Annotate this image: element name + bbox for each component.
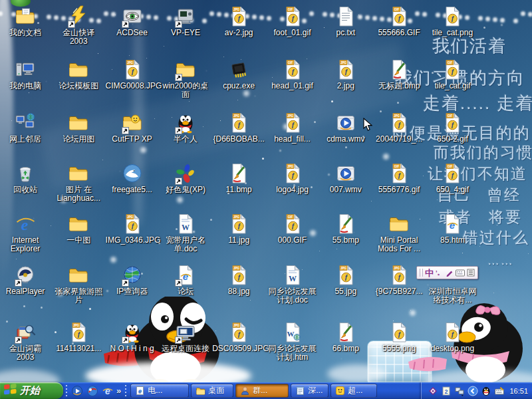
overflow-chevron[interactable]: » (116, 386, 121, 396)
desktop-icon[interactable]: W同乡论坛发展计划.doc (266, 264, 319, 305)
task-button[interactable]: 超... (331, 384, 377, 398)
desktop-icon[interactable]: JPGƒ55.jpg (319, 264, 372, 296)
clock: 16:51 (509, 387, 528, 395)
svg-text:ƒ: ƒ (451, 331, 455, 338)
desktop-icon[interactable]: GIFƒtile_cat.gif (426, 59, 479, 90)
desktop-icon[interactable]: JPGƒ{D66BOBAB... (212, 112, 265, 144)
desktop-icon[interactable]: GIFƒhead_01.gif (266, 59, 319, 90)
desktop-icon[interactable]: 007.wmv (319, 162, 372, 194)
qq-tray-icon[interactable] (480, 385, 492, 397)
ie-icon[interactable]: e (100, 384, 114, 398)
desktop-icon[interactable]: JPGƒ2.jpg (319, 59, 372, 90)
desktop-icon[interactable]: GIFƒ650-2.gif (426, 112, 479, 144)
desktop-icon[interactable]: CutFTP XP (106, 112, 159, 144)
desktop-icon[interactable]: 我的电脑 (0, 59, 52, 90)
desktop-icon[interactable]: JPGƒ11.jpg (212, 213, 265, 245)
desktop-icon[interactable]: JPGƒav-2.jpg (212, 5, 265, 37)
desktop-icon[interactable]: JPGƒCIMG0008.JPG (106, 59, 159, 90)
desktop-icon[interactable]: ƒ5555.png (372, 321, 426, 353)
svg-text:GIF: GIF (287, 8, 293, 11)
ime-keyboard-icon[interactable] (456, 269, 465, 277)
ime-menu-icon[interactable] (467, 269, 475, 277)
network-windows-icon[interactable] (454, 385, 466, 397)
desktop-icon[interactable]: N O t H i n g (106, 321, 159, 353)
ime-punctuation-toggle[interactable]: ’。 (436, 270, 444, 276)
desktop-icon[interactable]: VP-EYE (159, 5, 212, 37)
media-player-icon[interactable] (70, 384, 84, 398)
desktop-icon[interactable]: 张家界旅游照片 (52, 264, 105, 305)
task-button[interactable]: 群... (235, 384, 289, 398)
desktop-icon[interactable]: 我的文档 (0, 5, 52, 37)
desktop-icon-label: foot_01.gif (266, 29, 319, 37)
desktop-icon-label: 网上邻居 (0, 135, 52, 144)
desktop-icon[interactable]: cdma.wmv (319, 112, 372, 144)
desktop-icon-label: 我的电脑 (0, 82, 52, 90)
img-jpg-icon: JPGƒ (388, 112, 410, 134)
desktop-icon[interactable]: JPGƒhead_fill... (266, 112, 319, 144)
ime-pen-icon[interactable] (446, 269, 454, 277)
desktop-icon[interactable]: ƒdesktop.png (426, 321, 479, 353)
desktop-icon[interactable]: IP查询器 (106, 264, 159, 296)
ime-mode-indicator[interactable]: 中 (425, 269, 434, 277)
desktop-icon[interactable]: 网上邻居 (0, 112, 52, 144)
desktop-icon[interactable]: JPGƒ20040719_... (372, 112, 426, 144)
desktop-icon[interactable]: 图片 在Lianghuac... (52, 162, 105, 203)
desktop-icon[interactable]: GIFƒ555666.GIF (372, 5, 426, 37)
desktop-icon[interactable]: RealPlayer (0, 264, 52, 296)
desktop-icon[interactable]: pc.txt (319, 5, 372, 37)
desktop-icon[interactable]: 论坛用图 (52, 112, 105, 144)
task-button[interactable]: 桌面 (191, 384, 233, 398)
desktop-icon[interactable]: W同乡论坛发展计划.htm (266, 321, 319, 362)
desktop-icon[interactable]: 好色鬼(XP) (159, 162, 212, 194)
svg-text:ƒ: ƒ (237, 121, 241, 128)
ime-language-bar[interactable]: 中 ’。 (416, 266, 478, 279)
desktop-icon[interactable]: 66.bmp (319, 321, 372, 353)
messenger-icon[interactable] (85, 384, 99, 398)
desktop-icon[interactable]: 一中图 (52, 213, 105, 245)
ime-drag-handle[interactable] (420, 269, 423, 277)
desktop-icon[interactable]: 半个人 (159, 112, 212, 144)
desktop-icon[interactable]: 金山快译2003 (52, 5, 105, 47)
desktop-icon[interactable]: e85.htm (426, 213, 479, 245)
desktop-icon[interactable]: W宽带用户名单.doc (159, 213, 212, 254)
desktop-icon[interactable]: cpuz.exe (212, 59, 265, 90)
desktop-icon[interactable]: GIFƒ5556776.gif (372, 162, 426, 194)
desktop-icon[interactable]: freegate5... (106, 162, 159, 194)
desktop-icon[interactable]: JPGƒlogo4.jpg (266, 162, 319, 194)
desktop-icon[interactable]: 论坛模板图 (52, 59, 105, 90)
desktop-icon[interactable]: e论坛 (159, 264, 212, 296)
desktop-icon[interactable]: eInternetExplorer (0, 213, 52, 254)
collapse-chevron-button[interactable] (467, 385, 479, 397)
task-button[interactable]: e电... (130, 384, 189, 398)
ie-icon: e (14, 213, 37, 235)
svg-text:ƒ: ƒ (237, 222, 241, 229)
pinwheel-icon (174, 162, 197, 185)
desktop-icon[interactable]: JPGƒDSC03509.JPG (212, 321, 265, 353)
taskbar-separator (124, 385, 126, 397)
task-button[interactable]: 深... (291, 384, 329, 398)
desktop-icon[interactable]: 回收站 (0, 162, 52, 194)
desktop-icon[interactable]: 11.bmp (212, 162, 265, 194)
desktop-icon[interactable]: 金山词霸2003 (0, 321, 52, 362)
desktop-icon[interactable]: 远程桌面连接 (159, 321, 212, 353)
svg-text:ƒ: ƒ (398, 273, 402, 281)
desktop-icon[interactable]: win2000的桌面 (159, 59, 212, 100)
desktop-icon[interactable]: 55.bmp (319, 213, 372, 245)
desktop-icon[interactable]: JPGƒ114113021... (52, 321, 105, 353)
svg-text:ƒ: ƒ (291, 68, 295, 75)
desktop-icon[interactable]: JPGƒ88.jpg (212, 264, 265, 296)
desktop-icon[interactable]: JPGƒIMG_0346.JPG (106, 213, 159, 245)
desktop-icon[interactable]: GIFƒ000.GIF (266, 213, 319, 245)
desktop-icon-label: 11.bmp (212, 186, 265, 194)
purple-diamond-icon[interactable] (427, 385, 439, 397)
img-png-icon: ƒ (441, 321, 464, 344)
desktop-icon[interactable]: ƒtile_cat.png (426, 5, 479, 37)
desktop-icon[interactable]: GIFƒ650_4.gif (426, 162, 479, 194)
start-button[interactable]: 开始 (0, 382, 63, 399)
desktop-icon[interactable]: 无标题.bmp (372, 59, 426, 90)
input-method-icon[interactable] (493, 385, 505, 397)
update-page-icon[interactable]: 2 (440, 385, 452, 397)
desktop-icon[interactable]: ACDSee (106, 5, 159, 37)
desktop-icon[interactable]: GIFƒfoot_01.gif (266, 5, 319, 37)
desktop-icon[interactable]: Mini PortalMods For ... (372, 213, 426, 254)
